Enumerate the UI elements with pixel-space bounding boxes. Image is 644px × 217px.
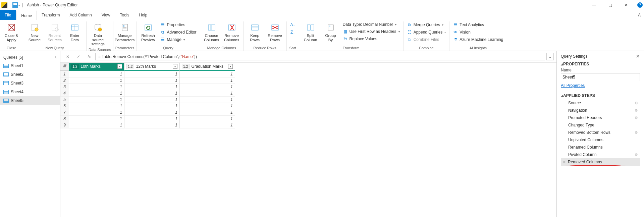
save-icon[interactable] [12,2,18,8]
row-number[interactable]: 8 [60,116,69,122]
formula-accept-button[interactable]: ✓ [74,53,83,60]
close-apply-button[interactable]: Close & Apply [2,21,21,43]
new-source-button[interactable]: New Source [25,21,44,43]
row-number[interactable]: 3 [60,84,69,90]
formula-input[interactable]: = Table.RemoveColumns(#"Pivoted Column",… [95,53,545,60]
combine-files-button[interactable]: ⧉Combine Files [406,36,447,43]
cell[interactable]: 1 [69,116,124,122]
cell[interactable]: 1 [180,97,235,103]
delete-step-icon[interactable]: ✕ [563,160,566,164]
step-settings-icon[interactable]: ⚙ [635,108,638,113]
help-icon[interactable]: ? [637,2,643,8]
collapse-queries-icon[interactable]: 〈 [53,54,57,60]
table-row[interactable]: 4111 [60,90,556,97]
applied-step[interactable]: Unpivoted Columns [561,136,640,144]
close-settings-button[interactable]: ✕ [636,54,640,59]
row-number[interactable]: 4 [60,90,69,97]
data-source-settings-button[interactable]: Data source settings [89,21,107,47]
remove-rows-button[interactable]: Remove Rows [266,21,284,43]
cell[interactable]: 1 [69,97,124,103]
minimize-button[interactable]: — [586,0,602,10]
cell[interactable]: 1 [69,84,124,90]
row-number[interactable]: 6 [60,103,69,109]
column-filter-icon[interactable]: ▾ [117,64,122,69]
merge-queries-button[interactable]: ⧉Merge Queries▾ [406,21,447,28]
applied-step[interactable]: Removed Bottom Rows⚙ [561,129,640,136]
cell[interactable]: 1 [180,77,235,84]
cell[interactable]: 1 [180,90,235,97]
row-number[interactable]: 7 [60,109,69,116]
type-indicator[interactable]: 1.2 [71,64,79,69]
maximize-button[interactable]: ▢ [602,0,618,10]
azure-ml-button[interactable]: ⚗Azure Machine Learning [451,36,504,43]
cell[interactable]: 1 [124,122,180,128]
step-settings-icon[interactable]: ⚙ [635,153,638,157]
cell[interactable]: 1 [180,122,235,128]
tab-home[interactable]: Home [16,10,37,20]
choose-columns-button[interactable]: Choose Columns [202,21,221,43]
properties-button[interactable]: ☰Properties [159,21,198,28]
keep-rows-button[interactable]: Keep Rows [246,21,264,43]
step-settings-icon[interactable]: ⚙ [635,130,638,135]
applied-step[interactable]: Source⚙ [561,99,640,107]
column-header[interactable]: 1.212th Marks▾ [124,63,180,71]
cell[interactable]: 1 [69,109,124,116]
close-window-button[interactable]: ✕ [619,0,634,10]
formula-cancel-button[interactable]: ✕ [63,53,72,60]
collapse-ribbon-icon[interactable]: ᐱ [635,10,644,20]
applied-step[interactable]: Pivoted Column⚙ [561,151,640,158]
cell[interactable]: 1 [124,97,180,103]
cell[interactable]: 1 [180,103,235,109]
append-queries-button[interactable]: ☷Append Queries▾ [406,29,447,36]
row-number[interactable]: 9 [60,122,69,128]
query-item[interactable]: Sheet2 [0,70,60,79]
table-row[interactable]: 7111 [60,109,556,116]
step-settings-icon[interactable]: ⚙ [635,116,638,120]
cell[interactable]: 1 [69,90,124,97]
table-row[interactable]: 5111 [60,97,556,103]
tab-view[interactable]: View [97,10,115,20]
manage-parameters-button[interactable]: Manage Parameters [115,21,134,43]
sort-asc-button[interactable]: A↓ [289,21,297,28]
first-row-headers-button[interactable]: ▦Use First Row as Headers▾ [341,28,401,35]
type-indicator[interactable]: 1.2 [182,64,190,69]
cell[interactable]: 1 [69,103,124,109]
recent-sources-button[interactable]: Recent Sources [45,21,64,43]
applied-step[interactable]: Renamed Columns [561,144,640,151]
table-row[interactable]: 6111 [60,103,556,109]
tab-file[interactable]: File [0,10,16,20]
applied-step[interactable]: ✕Removed Columns [561,158,640,166]
tab-tools[interactable]: Tools [115,10,134,20]
cell[interactable]: 1 [124,71,180,77]
manage-query-button[interactable]: ☰Manage▾ [159,36,198,43]
applied-step[interactable]: Promoted Headers⚙ [561,114,640,121]
query-item[interactable]: Sheet5 [0,96,60,105]
data-type-button[interactable]: Data Type: Decimal Number▾ [341,21,401,28]
column-header[interactable]: 1.2Graduation Marks▾ [180,63,235,71]
vision-button[interactable]: 👁Vision [451,29,504,36]
column-filter-icon[interactable]: ▾ [173,64,177,69]
table-row[interactable]: 3111 [60,84,556,90]
cell[interactable]: 1 [69,122,124,128]
grid-corner[interactable]: ▦ [60,63,69,71]
cell[interactable]: 1 [124,90,180,97]
enter-data-button[interactable]: Enter Data [65,21,84,43]
row-number[interactable]: 2 [60,77,69,84]
sort-desc-button[interactable]: Z↓ [289,29,297,36]
cell[interactable]: 1 [180,116,235,122]
column-header[interactable]: 1.210th Marks▾ [69,63,124,71]
all-properties-link[interactable]: All Properties [561,83,585,88]
cell[interactable]: 1 [180,109,235,116]
query-item[interactable]: Sheet1 [0,61,60,70]
refresh-preview-button[interactable]: Refresh Preview [139,21,158,43]
replace-values-button[interactable]: ½Replace Values [341,36,401,42]
row-number[interactable]: 5 [60,97,69,103]
advanced-editor-button[interactable]: ⧉Advanced Editor [159,29,198,36]
cell[interactable]: 1 [124,84,180,90]
text-analytics-button[interactable]: ☰Text Analytics [451,21,504,28]
query-name-input[interactable] [561,73,640,81]
cell[interactable]: 1 [69,71,124,77]
cell[interactable]: 1 [180,71,235,77]
cell[interactable]: 1 [124,116,180,122]
data-grid[interactable]: ▦1.210th Marks▾1.212th Marks▾1.2Graduati… [60,63,556,128]
